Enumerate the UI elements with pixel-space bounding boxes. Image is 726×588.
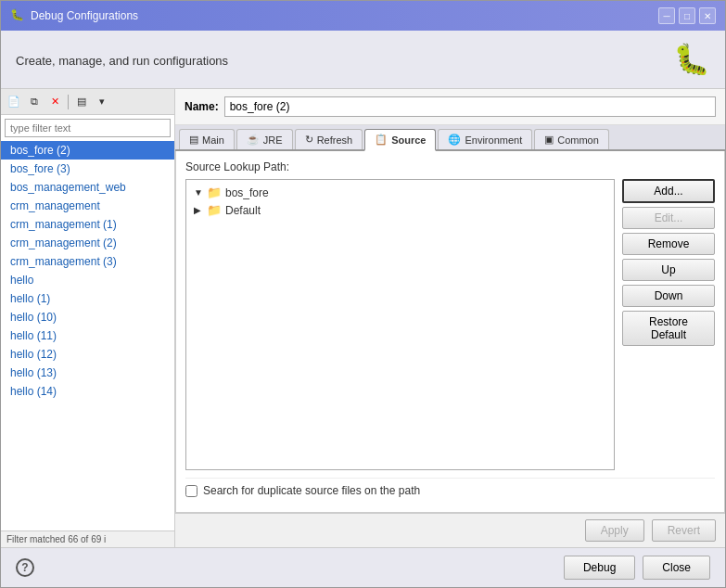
config-list-item[interactable]: crm_management (3) <box>1 252 174 271</box>
search-box <box>1 115 174 141</box>
close-button[interactable]: ✕ <box>699 7 716 24</box>
tab-jre[interactable]: ☕JRE <box>236 129 293 149</box>
debug-configurations-window: 🐛 Debug Configurations ─ □ ✕ Create, man… <box>0 0 726 588</box>
title-bar-left: 🐛 Debug Configurations <box>10 8 138 23</box>
remove-btn[interactable]: Remove <box>622 233 715 255</box>
source-content: ▼📁bos_fore▶📁Default Add...Edit...RemoveU… <box>185 179 715 470</box>
tab-content: Source Lookup Path: ▼📁bos_fore▶📁Default … <box>175 151 725 513</box>
debug-icon: 🐛 <box>673 42 710 79</box>
name-row: Name: <box>175 89 725 125</box>
tab-main[interactable]: ▤Main <box>179 129 235 149</box>
tab-label-jre: JRE <box>263 134 283 146</box>
checkbox-label: Search for duplicate source files on the… <box>203 484 420 497</box>
tab-label-common: Common <box>557 134 599 146</box>
tabs-bar: ▤Main☕JRE↻Refresh📋Source🌐Environment▣Com… <box>175 125 725 151</box>
window-title: Debug Configurations <box>31 9 138 22</box>
new-config-button[interactable]: 📄 <box>5 93 23 111</box>
action-bar: Apply Revert <box>175 513 725 547</box>
config-list-item[interactable]: hello <box>1 271 174 289</box>
name-label: Name: <box>185 100 219 113</box>
debug-button[interactable]: Debug <box>564 556 635 580</box>
tree-item-label: bos_fore <box>225 186 269 199</box>
config-list-item[interactable]: hello (12) <box>1 345 174 364</box>
tab-common[interactable]: ▣Common <box>534 129 609 149</box>
config-list-item[interactable]: hello (10) <box>1 308 174 326</box>
delete-config-button[interactable]: ✕ <box>45 93 64 111</box>
header-area: Create, manage, and run configurations 🐛 <box>1 31 725 89</box>
tree-folder-icon: 📁 <box>207 185 222 199</box>
duplicate-config-button[interactable]: ⧉ <box>25 93 44 111</box>
tab-label-refresh: Refresh <box>317 134 353 146</box>
config-list-item[interactable]: bos_fore (3) <box>1 160 174 178</box>
maximize-button[interactable]: □ <box>679 7 695 24</box>
tab-icon-main: ▤ <box>189 134 198 146</box>
tab-refresh[interactable]: ↻Refresh <box>295 129 363 149</box>
tab-icon-source: 📋 <box>375 134 388 146</box>
tab-environment[interactable]: 🌐Environment <box>438 129 532 149</box>
up-btn[interactable]: Up <box>622 259 715 281</box>
apply-button[interactable]: Apply <box>585 519 644 542</box>
tree-arrow-icon: ▼ <box>194 187 203 198</box>
tab-icon-common: ▣ <box>544 134 554 146</box>
name-input[interactable] <box>224 96 716 117</box>
tab-label-environment: Environment <box>465 134 522 146</box>
config-list-item[interactable]: crm_management (2) <box>1 234 174 252</box>
sidebar-footer: Filter matched 66 of 69 i <box>1 530 174 547</box>
toolbar-separator <box>68 95 69 109</box>
search-input[interactable] <box>5 119 171 137</box>
tree-item[interactable]: ▼📁bos_fore <box>190 184 610 201</box>
tab-icon-environment: 🌐 <box>448 134 461 146</box>
config-list-item[interactable]: bos_management_web <box>1 178 174 197</box>
revert-button[interactable]: Revert <box>652 519 716 542</box>
tree-item-label: Default <box>225 204 261 217</box>
duplicate-source-checkbox[interactable] <box>185 485 197 497</box>
config-list-item[interactable]: hello (13) <box>1 364 174 382</box>
footer-buttons: Debug Close <box>564 556 710 580</box>
minimize-button[interactable]: ─ <box>658 7 675 24</box>
config-list-item[interactable]: hello (11) <box>1 326 174 345</box>
edit-btn[interactable]: Edit... <box>622 207 715 229</box>
config-list-item[interactable]: crm_management <box>1 197 174 215</box>
config-list-item[interactable]: bos_fore (2) <box>1 141 174 160</box>
source-buttons: Add...Edit...RemoveUpDownRestore Default <box>622 179 715 470</box>
checkbox-area: Search for duplicate source files on the… <box>185 478 715 503</box>
config-list: bos_fore (2)bos_fore (3)bos_management_w… <box>1 141 174 530</box>
window-icon: 🐛 <box>10 8 25 23</box>
footer-bar: ? Debug Close <box>1 547 725 587</box>
tab-label-source: Source <box>391 134 426 146</box>
content-area: Name: ▤Main☕JRE↻Refresh📋Source🌐Environme… <box>175 89 725 547</box>
tab-icon-refresh: ↻ <box>305 134 313 146</box>
tab-icon-jre: ☕ <box>247 134 260 146</box>
close-button-footer[interactable]: Close <box>643 556 710 580</box>
source-tree: ▼📁bos_fore▶📁Default <box>185 179 615 470</box>
config-list-item[interactable]: hello (14) <box>1 382 174 401</box>
main-area: 📄 ⧉ ✕ ▤ ▾ bos_fore (2)bos_fore (3)bos_ma… <box>1 89 725 547</box>
sidebar: 📄 ⧉ ✕ ▤ ▾ bos_fore (2)bos_fore (3)bos_ma… <box>1 89 175 547</box>
add-btn[interactable]: Add... <box>622 179 715 203</box>
source-lookup-label: Source Lookup Path: <box>185 160 715 173</box>
title-bar-controls: ─ □ ✕ <box>658 7 716 24</box>
config-list-item[interactable]: crm_management (1) <box>1 215 174 234</box>
tree-arrow-icon: ▶ <box>194 205 203 215</box>
tree-item[interactable]: ▶📁Default <box>190 201 610 219</box>
config-list-item[interactable]: hello (1) <box>1 289 174 308</box>
tab-label-main: Main <box>202 134 224 146</box>
help-button[interactable]: ? <box>16 558 34 577</box>
filter-config-button[interactable]: ▤ <box>72 93 91 111</box>
tab-source[interactable]: 📋Source <box>364 129 436 151</box>
dropdown-config-button[interactable]: ▾ <box>93 93 111 111</box>
down-btn[interactable]: Down <box>622 285 715 307</box>
header-subtitle: Create, manage, and run configurations <box>16 54 228 68</box>
sidebar-toolbar: 📄 ⧉ ✕ ▤ ▾ <box>1 89 174 115</box>
restore-default-btn[interactable]: Restore Default <box>622 311 715 346</box>
tree-folder-icon: 📁 <box>207 203 222 217</box>
title-bar: 🐛 Debug Configurations ─ □ ✕ <box>1 1 725 31</box>
